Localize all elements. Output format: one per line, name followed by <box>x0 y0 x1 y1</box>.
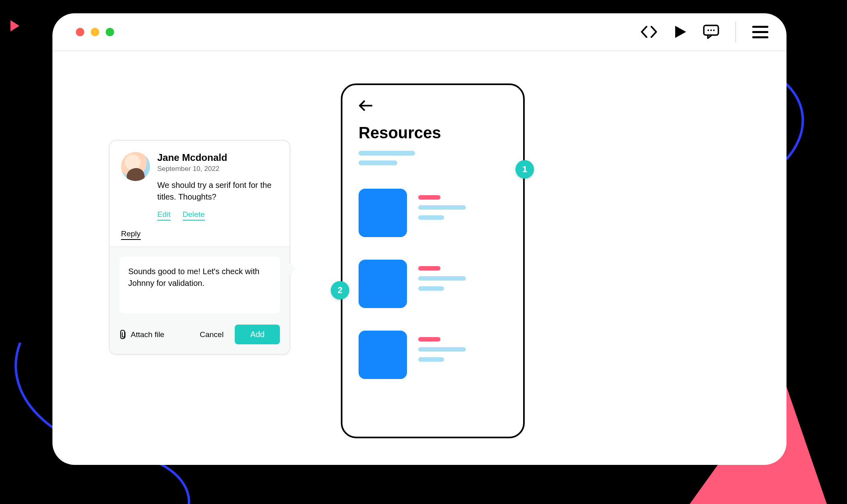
thumbnail-placeholder <box>359 260 407 308</box>
menu-icon[interactable] <box>752 26 768 38</box>
add-button[interactable]: Add <box>235 325 280 344</box>
list-item[interactable] <box>359 189 507 237</box>
code-icon[interactable] <box>640 25 658 39</box>
comment-text: We should try a serif font for the title… <box>157 179 278 203</box>
titlebar <box>52 13 786 51</box>
comment-icon[interactable] <box>703 25 719 39</box>
comment-author: Jane Mcdonald <box>157 152 278 163</box>
item-text-placeholder <box>418 260 507 296</box>
window-close-button[interactable] <box>76 28 84 36</box>
mobile-mockup: Resources <box>341 83 525 438</box>
thumbnail-placeholder <box>359 189 407 237</box>
window-maximize-button[interactable] <box>106 28 114 36</box>
list-item[interactable] <box>359 331 507 379</box>
reply-input[interactable]: Sounds good to me! Let's check with John… <box>119 257 280 313</box>
toolbar-divider <box>735 21 736 42</box>
list-item[interactable] <box>359 260 507 308</box>
attach-file-button[interactable]: Attach file <box>119 330 164 339</box>
back-icon[interactable] <box>359 100 507 112</box>
comment-card: Jane Mcdonald September 10, 2022 We shou… <box>109 140 290 355</box>
delete-button[interactable]: Delete <box>183 210 205 221</box>
attach-file-label: Attach file <box>131 330 164 339</box>
avatar <box>121 152 150 181</box>
svg-marker-1 <box>675 26 686 38</box>
cancel-button[interactable]: Cancel <box>192 325 231 344</box>
comment-date: September 10, 2022 <box>157 165 278 173</box>
window-minimize-button[interactable] <box>91 28 99 36</box>
play-icon[interactable] <box>674 25 687 39</box>
edit-button[interactable]: Edit <box>157 210 171 221</box>
svg-point-5 <box>713 29 715 31</box>
app-window: Jane Mcdonald September 10, 2022 We shou… <box>52 13 786 465</box>
resource-list <box>359 189 507 379</box>
paperclip-icon <box>119 330 127 339</box>
svg-point-4 <box>710 29 712 31</box>
item-text-placeholder <box>418 189 507 225</box>
canvas: Jane Mcdonald September 10, 2022 We shou… <box>52 51 786 465</box>
item-text-placeholder <box>418 331 507 367</box>
annotation-pin-1[interactable]: 1 <box>515 160 534 179</box>
thumbnail-placeholder <box>359 331 407 379</box>
mockup-subtitle-placeholder <box>359 151 507 170</box>
annotation-pin-2[interactable]: 2 <box>331 281 349 300</box>
mockup-title: Resources <box>359 124 507 142</box>
toolbar <box>640 21 768 42</box>
decoration-triangle-small <box>10 20 19 31</box>
reply-button[interactable]: Reply <box>121 229 141 240</box>
traffic-lights <box>76 28 114 36</box>
svg-point-3 <box>707 29 709 31</box>
reply-area: Sounds good to me! Let's check with John… <box>110 246 290 354</box>
